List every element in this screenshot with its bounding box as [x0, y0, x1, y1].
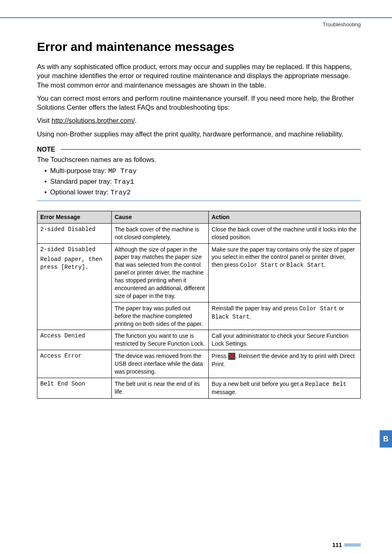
- error-msg-cell: Access Denied: [37, 330, 112, 350]
- note-body: The Touchscreen names are as follows.: [37, 156, 361, 164]
- page-number-wrap: 111: [332, 542, 361, 548]
- cause-cell: Although the size of paper in the paper …: [112, 243, 209, 302]
- list-item: Optional lower tray: Tray2: [44, 188, 361, 196]
- table-row: Access Error The device was removed from…: [37, 350, 361, 378]
- cause-cell: The paper tray was pulled out before the…: [112, 302, 209, 330]
- error-msg-cell: 2-sided Disabled Reload paper, then pres…: [37, 243, 112, 330]
- page-number-bar: [344, 543, 361, 547]
- tray-name-list: Multi-purpose tray: MP Tray Standard pap…: [37, 167, 361, 196]
- error-msg-cell: Access Error: [37, 350, 112, 378]
- error-messages-table: Error Message Cause Action 2-sided Disab…: [37, 211, 361, 399]
- solutions-link[interactable]: http://solutions.brother.com/: [51, 117, 135, 124]
- table-row: Access Denied The function you want to u…: [37, 330, 361, 350]
- page-title: Error and maintenance messages: [37, 40, 361, 54]
- table-row: 2-sided Disabled The back cover of the m…: [37, 223, 361, 243]
- note-label: NOTE: [37, 146, 61, 153]
- action-cell: Call your administrator to check your Se…: [209, 330, 361, 350]
- list-item: Standard paper tray: Tray1: [44, 178, 361, 186]
- note-header: NOTE: [37, 146, 361, 153]
- cancel-x-icon: [228, 353, 235, 360]
- action-cell: Close the back cover of the machine unti…: [209, 223, 361, 243]
- table-row: 2-sided Disabled Reload paper, then pres…: [37, 243, 361, 302]
- appendix-tab: B: [380, 430, 392, 448]
- header-action: Action: [209, 211, 361, 223]
- intro-para-4: Using non-Brother supplies may affect th…: [37, 129, 361, 138]
- intro-para-1: As with any sophisticated office product…: [37, 62, 361, 90]
- action-cell: Buy a new belt unit before you get a Rep…: [209, 378, 361, 398]
- intro-para-2: You can correct most errors and perform …: [37, 94, 361, 112]
- table-row: Belt End Soon The belt unit is near the …: [37, 378, 361, 398]
- page-number: 111: [332, 542, 344, 548]
- visit-line: Visit http://solutions.brother.com/.: [37, 116, 361, 125]
- list-item: Multi-purpose tray: MP Tray: [44, 167, 361, 175]
- table-header-row: Error Message Cause Action: [37, 211, 361, 223]
- cause-cell: The device was removed from the USB dire…: [112, 350, 209, 378]
- breadcrumb: Troubleshooting: [0, 18, 392, 28]
- action-cell: Press . Reinsert the device and try to p…: [209, 350, 361, 378]
- cause-cell: The back cover of the machine is not clo…: [112, 223, 209, 243]
- action-cell: Reinstall the paper tray and press Color…: [209, 302, 361, 330]
- visit-suffix: .: [135, 117, 137, 124]
- visit-prefix: Visit: [37, 117, 51, 124]
- header-error-message: Error Message: [37, 211, 112, 223]
- error-msg-cell: 2-sided Disabled: [37, 223, 112, 243]
- action-cell: Make sure the paper tray contains only t…: [209, 243, 361, 302]
- header-cause: Cause: [112, 211, 209, 223]
- cause-cell: The belt unit is near the end of its lif…: [112, 378, 209, 398]
- cause-cell: The function you want to use is restrict…: [112, 330, 209, 350]
- error-msg-cell: Belt End Soon: [37, 378, 112, 398]
